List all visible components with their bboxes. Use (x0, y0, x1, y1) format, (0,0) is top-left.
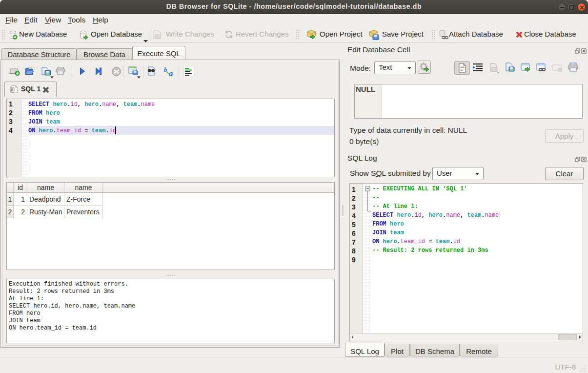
svg-text:a: a (169, 69, 173, 78)
svg-text:b: b (164, 66, 167, 73)
